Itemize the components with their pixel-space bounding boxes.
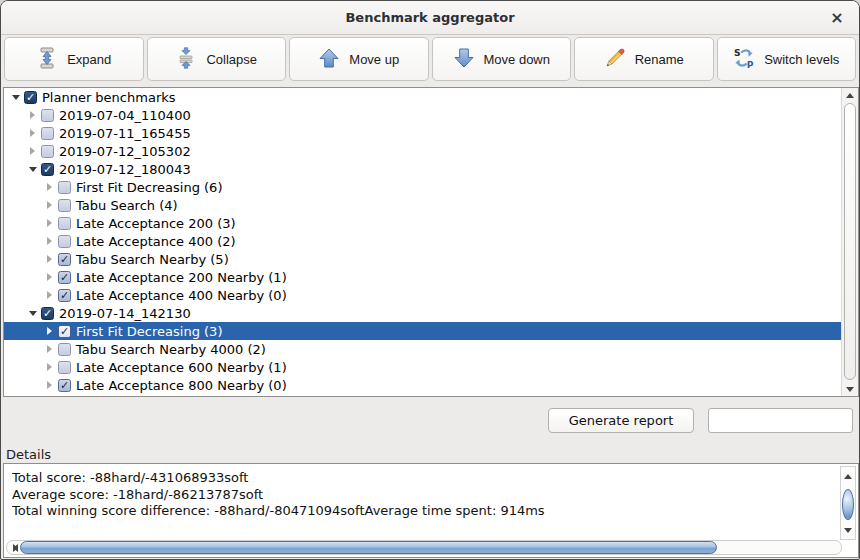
expander-closed-icon[interactable] [43, 289, 56, 302]
checkbox-unchecked[interactable] [58, 181, 71, 194]
tree-row[interactable]: ✓ Late Acceptance 200 Nearby (1) [4, 268, 841, 286]
details-line: Total score: -88hard/-431068933soft [12, 470, 834, 487]
expand-button-label: Expand [67, 52, 111, 67]
checkbox-unchecked[interactable] [58, 217, 71, 230]
expander-closed-icon[interactable] [43, 235, 56, 248]
tree-row[interactable]: ✓ Late Acceptance 400 Nearby (0) [4, 286, 841, 304]
toolbar: Expand Collapse Move up Move down [1, 37, 859, 81]
scroll-up-icon[interactable] [842, 88, 858, 102]
tree-row-selected[interactable]: ✓ First Fit Decreasing (3) [4, 322, 841, 340]
tree-row[interactable]: Late Acceptance 200 (3) [4, 214, 841, 232]
tree-row-label: 2019-07-11_165455 [59, 126, 191, 141]
tree-row-label: Late Acceptance 800 Nearby (0) [76, 378, 287, 393]
checkbox-checked[interactable]: ✓ [58, 325, 71, 338]
rename-button[interactable]: Rename [574, 37, 714, 81]
expander-closed-icon[interactable] [26, 145, 39, 158]
tree-row-label: 2019-07-14_142130 [59, 306, 191, 321]
checkbox-unchecked[interactable] [41, 109, 54, 122]
details-hscroll-thumb[interactable] [20, 541, 717, 554]
tree-row-label: First Fit Decreasing (6) [76, 180, 222, 195]
details-line: Average score: -18hard/-86213787soft [12, 487, 834, 504]
tree-scrollbar-thumb[interactable] [844, 103, 856, 380]
checkbox-checked[interactable]: ✓ [24, 91, 37, 104]
expand-icon [36, 47, 58, 72]
close-icon[interactable]: × [825, 5, 849, 29]
tree-row[interactable]: Late Acceptance 600 Nearby (1) [4, 358, 841, 376]
tree-row[interactable]: 2019-07-12_105302 [4, 142, 841, 160]
expander-closed-icon[interactable] [26, 127, 39, 140]
details-vscroll-thumb[interactable] [842, 489, 854, 520]
move-down-button-label: Move down [484, 52, 550, 67]
details-line: Total winning score difference: -88hard/… [12, 503, 834, 520]
move-up-button[interactable]: Move up [289, 37, 429, 81]
details-panel: Total score: -88hard/-431068933soft Aver… [3, 463, 859, 558]
tree-row-label: Tabu Search Nearby (5) [76, 252, 229, 267]
tree-row[interactable]: ✓ Planner benchmarks [4, 88, 841, 106]
collapse-button[interactable]: Collapse [147, 37, 287, 81]
tree-row[interactable]: Tabu Search (4) [4, 196, 841, 214]
report-name-field[interactable] [708, 408, 853, 433]
app-window: Benchmark aggregator × Expand Collapse [0, 0, 860, 560]
tree-row[interactable]: ✓ Tabu Search Nearby (5) [4, 250, 841, 268]
expander-closed-icon[interactable] [43, 217, 56, 230]
tree-row-label: Tabu Search (4) [76, 198, 178, 213]
checkbox-unchecked[interactable] [58, 199, 71, 212]
tree-row[interactable]: Tabu Search Nearby 4000 (2) [4, 340, 841, 358]
switch-levels-button[interactable]: S P Switch levels [717, 37, 857, 81]
tree-row[interactable]: ✓ Late Acceptance 800 Nearby (0) [4, 376, 841, 394]
svg-text:P: P [747, 59, 754, 69]
benchmark-tree: ✓ Planner benchmarks 2019-07-04_110400 2… [3, 87, 859, 397]
checkbox-checked[interactable]: ✓ [41, 307, 54, 320]
tree-row-label: Planner benchmarks [42, 90, 176, 105]
checkbox-checked[interactable]: ✓ [58, 271, 71, 284]
tree-row[interactable]: ✓ 2019-07-12_180043 [4, 160, 841, 178]
scroll-down-icon[interactable] [840, 523, 856, 537]
switch-levels-icon: S P [733, 47, 755, 72]
tree-row[interactable]: ✓ 2019-07-14_142130 [4, 304, 841, 322]
tree-row[interactable]: 2019-07-11_165455 [4, 124, 841, 142]
checkbox-unchecked[interactable] [41, 127, 54, 140]
expander-closed-icon[interactable] [43, 379, 56, 392]
expander-closed-icon[interactable] [43, 361, 56, 374]
expander-open-icon[interactable] [9, 91, 22, 104]
collapse-button-label: Collapse [206, 52, 257, 67]
tree-row-label: 2019-07-12_180043 [59, 162, 191, 177]
expander-open-icon[interactable] [26, 163, 39, 176]
expander-closed-icon[interactable] [43, 199, 56, 212]
tree-row[interactable]: First Fit Decreasing (6) [4, 178, 841, 196]
expander-closed-icon[interactable] [43, 325, 56, 338]
rename-button-label: Rename [635, 52, 684, 67]
expander-closed-icon[interactable] [43, 181, 56, 194]
scroll-down-icon[interactable] [842, 382, 858, 396]
tree-vertical-scrollbar[interactable] [841, 88, 858, 396]
checkbox-unchecked[interactable] [58, 343, 71, 356]
expander-closed-icon[interactable] [26, 109, 39, 122]
details-vertical-scrollbar[interactable] [840, 466, 856, 540]
move-down-icon [453, 47, 475, 72]
expand-button[interactable]: Expand [4, 37, 144, 81]
expander-closed-icon[interactable] [43, 271, 56, 284]
title-bar[interactable]: Benchmark aggregator × [1, 1, 859, 35]
expander-closed-icon[interactable] [43, 253, 56, 266]
expander-closed-icon[interactable] [43, 343, 56, 356]
checkbox-unchecked[interactable] [58, 361, 71, 374]
scroll-up-icon[interactable] [840, 469, 856, 483]
expander-open-icon[interactable] [26, 307, 39, 320]
tree-row-label: Late Acceptance 600 Nearby (1) [76, 360, 287, 375]
svg-text:S: S [734, 47, 741, 58]
checkbox-checked[interactable]: ✓ [41, 163, 54, 176]
checkbox-unchecked[interactable] [41, 145, 54, 158]
tree-row[interactable]: Late Acceptance 400 (2) [4, 232, 841, 250]
checkbox-checked[interactable]: ✓ [58, 253, 71, 266]
checkbox-unchecked[interactable] [58, 235, 71, 248]
details-horizontal-scrollbar[interactable] [6, 540, 842, 555]
rename-icon [604, 47, 626, 72]
checkbox-checked[interactable]: ✓ [58, 289, 71, 302]
tree-row-label: Late Acceptance 400 (2) [76, 234, 236, 249]
details-label: Details [6, 447, 51, 462]
tree-row[interactable]: 2019-07-04_110400 [4, 106, 841, 124]
generate-report-button[interactable]: Generate report [548, 408, 694, 433]
scroll-right-icon[interactable] [7, 541, 23, 554]
move-down-button[interactable]: Move down [432, 37, 572, 81]
checkbox-checked[interactable]: ✓ [58, 379, 71, 392]
